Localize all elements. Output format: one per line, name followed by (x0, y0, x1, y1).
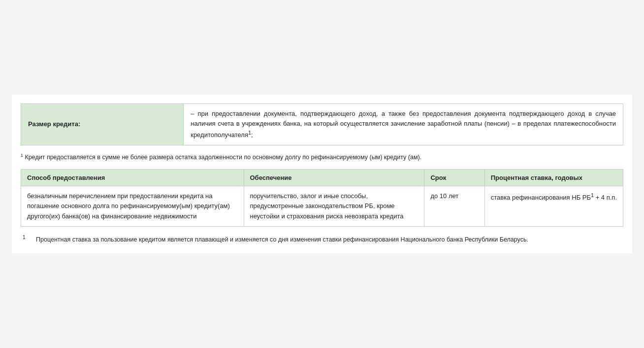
superscript-1: 1 (248, 130, 251, 136)
main-table: Способ предоставления Обеспечение Срок П… (21, 169, 623, 226)
credit-size-table: Размер кредита: – при предоставлении док… (21, 104, 623, 146)
credit-size-label: Размер кредита: (21, 104, 184, 145)
footnote-1-sup: 1 (21, 153, 23, 158)
header-security: Обеспечение (244, 170, 424, 186)
row-rate: ставка рефинансирования НБ РБ1 + 4 п.п. (484, 186, 623, 226)
table-row: безналичным перечислением при предоставл… (21, 186, 623, 226)
credit-size-content: – при предоставлении документа, подтверж… (184, 104, 623, 145)
row-security: поручительство, залог и иные способы, пр… (244, 186, 424, 226)
footnote-1-block: 1 Кредит предоставляется в сумме не боле… (21, 152, 623, 162)
row-term: до 10 лет (424, 186, 484, 226)
footnote-2-text: Процентная ставка за пользование кредито… (36, 236, 528, 243)
header-rate: Процентная ставка, годовых (484, 170, 623, 186)
footnote-2-sup: 1 (23, 234, 26, 242)
header-method: Способ предоставления (21, 170, 244, 186)
footnote-1-text: Кредит предоставляется в сумме не более … (25, 154, 422, 161)
row-method: безналичным перечислением при предоставл… (21, 186, 244, 226)
footnote-2-block: 1 Процентная ставка за пользование креди… (21, 234, 623, 245)
header-term: Срок (424, 170, 484, 186)
